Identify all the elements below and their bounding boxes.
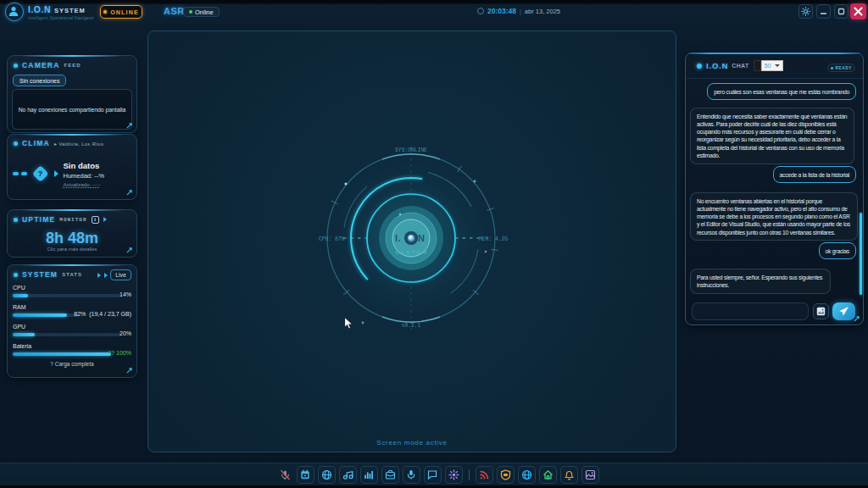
svg-text:CPU: 87%: CPU: 87% — [319, 236, 344, 242]
svg-text:v0.2.1: v0.2.1 — [402, 323, 421, 329]
svg-text:N: N — [418, 233, 425, 243]
svg-text:MEM: 4.2G: MEM: 4.2G — [479, 236, 508, 242]
svg-text:SYSTEM: SYSTEM — [395, 250, 429, 255]
svg-text:I.: I. — [395, 233, 401, 243]
svg-text:SYS:ONLINE: SYS:ONLINE — [395, 147, 427, 153]
